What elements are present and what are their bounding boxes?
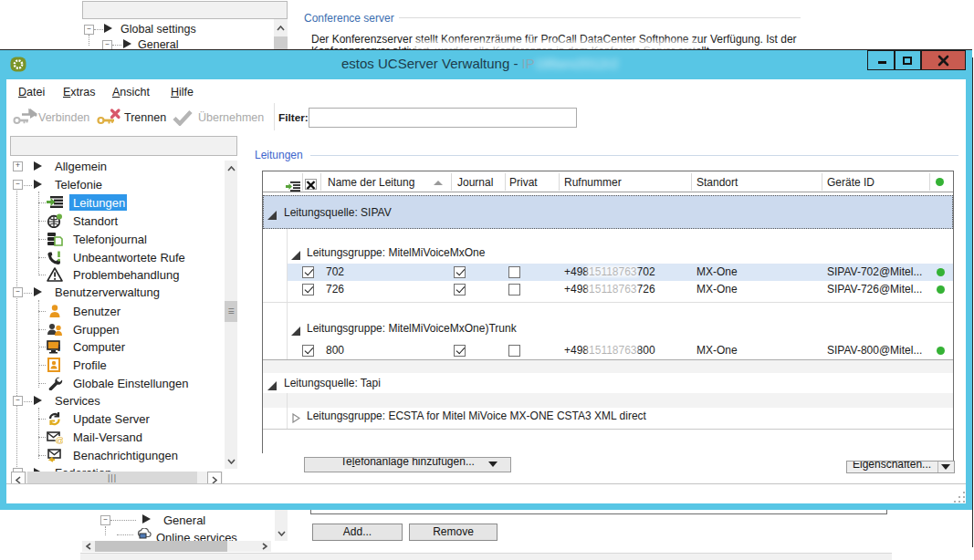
svg-text:i: i — [58, 342, 60, 353]
svg-text:@: @ — [56, 435, 63, 445]
